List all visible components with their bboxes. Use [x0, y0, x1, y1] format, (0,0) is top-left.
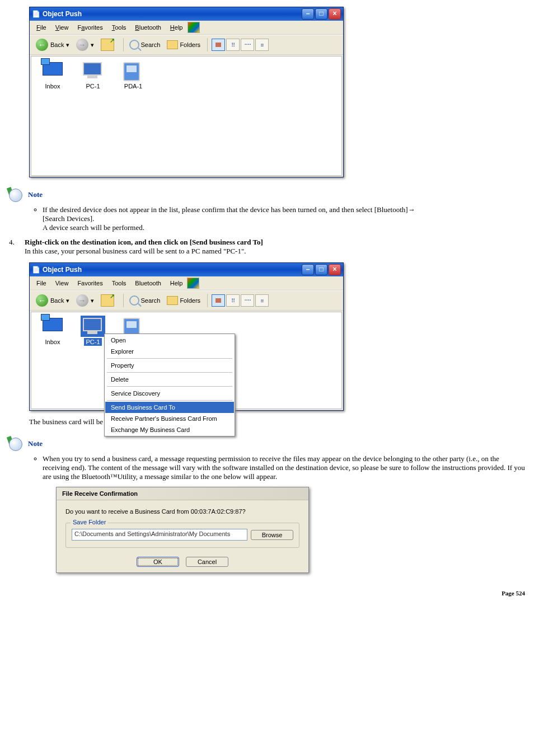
windows-flag-icon	[188, 22, 200, 33]
app-icon: 📄	[32, 266, 40, 274]
cm-open[interactable]: Open	[105, 335, 234, 346]
search-icon	[129, 40, 139, 50]
pda-icon	[123, 62, 140, 81]
minimize-button[interactable]: –	[302, 264, 314, 275]
device-pda1[interactable]: PDA-1	[115, 60, 151, 90]
cm-explorer[interactable]: Explorer	[105, 346, 234, 357]
step-title: Right-click on the destination icon, and…	[25, 238, 263, 246]
cm-delete[interactable]: Delete	[105, 374, 234, 385]
menu-view[interactable]: View	[51, 279, 73, 288]
view-tiles-button[interactable]: ⠒⠒	[241, 39, 254, 51]
menu-favorites[interactable]: Favorites	[73, 279, 107, 288]
note-icon	[8, 436, 22, 451]
save-path-field[interactable]: C:\Documents and Settings\Administrator\…	[72, 529, 247, 541]
menu-view[interactable]: View	[51, 23, 73, 32]
minimize-button[interactable]: –	[302, 8, 314, 20]
object-push-window-1: 📄 Object Push – □ × File View Favorites …	[29, 7, 344, 177]
file-receive-confirmation-dialog: File Receive Confirmation Do you want to…	[56, 487, 309, 573]
back-arrow-icon: ←	[36, 39, 48, 51]
titlebar: 📄 Object Push – □ ×	[30, 7, 343, 21]
title-text: Object Push	[43, 266, 82, 274]
menu-help[interactable]: Help	[166, 279, 188, 288]
back-button[interactable]: ←Back ▾	[33, 293, 72, 308]
monitor-icon	[83, 62, 102, 76]
step-desc: In this case, your personal business car…	[25, 247, 246, 255]
note-list: If the desired device does not appear in…	[29, 205, 527, 232]
search-button[interactable]: Search	[127, 39, 163, 51]
content-area: Inbox PC-1 PDA-1	[31, 56, 342, 176]
context-menu: Open Explorer Property Delete Service Di…	[104, 334, 235, 436]
menu-file[interactable]: File	[32, 23, 51, 32]
view-details-button[interactable]: ≡	[255, 294, 269, 307]
inbox-icon	[43, 62, 63, 76]
device-pc1[interactable]: PC-1	[75, 60, 111, 90]
view-icons-button[interactable]	[212, 39, 225, 51]
save-folder-fieldset: Save Folder C:\Documents and Settings\Ad…	[65, 523, 299, 548]
close-button[interactable]: ×	[329, 264, 341, 275]
menu-bluetooth[interactable]: Bluetooth	[130, 279, 165, 288]
folders-button[interactable]: Folders	[164, 39, 203, 50]
note-label: Note	[28, 190, 43, 199]
menu-tools[interactable]: Tools	[107, 279, 131, 288]
menu-bluetooth[interactable]: Bluetooth	[130, 23, 166, 32]
monitor-icon	[83, 318, 102, 331]
forward-button[interactable]: →▾	[73, 37, 97, 52]
cancel-button[interactable]: Cancel	[186, 557, 228, 567]
view-list-button[interactable]: ⠿	[226, 294, 240, 307]
back-arrow-icon: ←	[36, 294, 48, 307]
folders-icon	[167, 40, 178, 49]
app-icon: 📄	[32, 10, 40, 18]
menu-file[interactable]: File	[32, 279, 51, 288]
view-list-button[interactable]: ⠿	[226, 39, 240, 51]
maximize-button[interactable]: □	[315, 264, 327, 275]
folder-up-icon	[101, 39, 114, 51]
titlebar: 📄 Object Push – □ ×	[30, 263, 343, 276]
cm-exchange[interactable]: Exchange My Business Card	[105, 424, 234, 435]
note-list-2: When you try to send a business card, a …	[29, 454, 527, 481]
cm-service-discovery[interactable]: Service Discovery	[105, 388, 234, 399]
device-inbox[interactable]: Inbox	[35, 60, 71, 90]
up-button[interactable]	[98, 293, 119, 308]
step-number: 4.	[7, 238, 25, 256]
forward-arrow-icon: →	[76, 39, 88, 51]
up-button[interactable]	[98, 37, 119, 52]
view-icons-button[interactable]	[212, 294, 225, 307]
search-button[interactable]: Search	[127, 294, 163, 307]
browse-button[interactable]: Browse	[251, 530, 293, 540]
step-4: 4. Right-click on the destination icon, …	[7, 238, 527, 256]
maximize-button[interactable]: □	[315, 8, 327, 20]
close-button[interactable]: ×	[329, 8, 341, 20]
folders-icon	[167, 296, 178, 305]
menu-help[interactable]: Help	[166, 23, 188, 32]
back-button[interactable]: ←Back ▾	[33, 37, 72, 52]
note-icon	[8, 187, 22, 202]
menubar: File View Favorites Tools Bluetooth Help	[30, 21, 343, 35]
fieldset-legend: Save Folder	[71, 519, 108, 525]
view-tiles-button[interactable]: ⠒⠒	[241, 294, 254, 307]
dialog-question: Do you want to receive a Business Card f…	[65, 508, 299, 515]
search-icon	[129, 295, 139, 306]
forward-button[interactable]: →▾	[73, 293, 97, 308]
folders-button[interactable]: Folders	[164, 295, 203, 306]
note-item: When you try to send a business card, a …	[43, 454, 527, 481]
folder-up-icon	[101, 294, 114, 307]
object-push-window-2: 📄 Object Push – □ × File View Favorites …	[29, 262, 344, 411]
forward-arrow-icon: →	[76, 294, 88, 307]
page-footer: Page 524	[7, 590, 527, 597]
note-item: If the desired device does not appear in…	[43, 205, 527, 232]
cm-property[interactable]: Property	[105, 360, 234, 371]
menu-favorites[interactable]: Favorites	[73, 23, 107, 32]
menu-tools[interactable]: Tools	[107, 23, 131, 32]
toolbar: ←Back ▾ →▾ Search Folders ⠿ ⠒⠒ ≡	[30, 290, 343, 311]
inbox-icon	[43, 318, 63, 331]
toolbar: ←Back ▾ →▾ Search Folders ⠿ ⠒⠒ ≡	[30, 35, 343, 55]
note-label: Note	[28, 439, 43, 448]
note-heading-row: Note	[8, 187, 527, 202]
ok-button[interactable]: OK	[137, 557, 179, 567]
cm-send-business-card[interactable]: Send Business Card To	[105, 402, 234, 413]
view-details-button[interactable]: ≡	[255, 39, 269, 51]
cm-receive-partners[interactable]: Receive Partner's Business Card From	[105, 413, 234, 424]
device-inbox[interactable]: Inbox	[35, 316, 71, 346]
title-text: Object Push	[43, 10, 82, 18]
dialog-title: File Receive Confirmation	[57, 487, 308, 500]
